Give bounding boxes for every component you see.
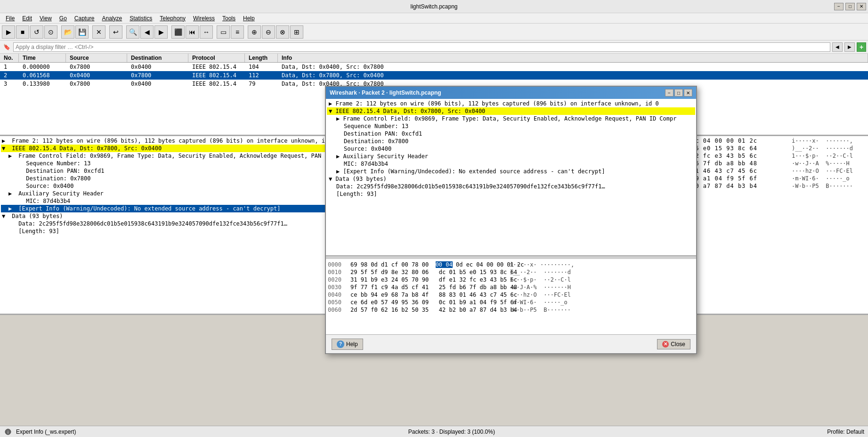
status-left: i Expert Info (_ws.expert)	[4, 428, 76, 436]
toolbar-reload2-btn[interactable]: ↩	[109, 25, 122, 39]
popup-tree-row[interactable]: Destination: 0x7800	[327, 138, 695, 145]
spacer-icon	[16, 168, 23, 174]
menu-wireless[interactable]: Wireless	[189, 14, 219, 23]
popup-tree-row[interactable]: ▶ Frame Control Field: 0x9869, Frame Typ…	[327, 115, 695, 122]
col-header-dst: Destination	[127, 54, 188, 62]
status-right: Profile: Default	[827, 429, 864, 435]
popup-tree-row[interactable]: ▼ Data (93 bytes)	[327, 175, 695, 183]
packet-list-header: No. Time Source Destination Protocol Len…	[0, 54, 868, 63]
toolbar-mark-btn[interactable]: ⬛	[171, 25, 185, 39]
menu-go[interactable]: Go	[56, 14, 71, 23]
popup-detail-tree[interactable]: ▶ Frame 2: 112 bytes on wire (896 bits),…	[326, 99, 696, 256]
toolbar-save-btn[interactable]: 💾	[75, 25, 89, 39]
svg-text:i: i	[8, 430, 8, 435]
status-icon: i	[4, 428, 12, 436]
toolbar-start-btn[interactable]: ▶	[2, 25, 15, 39]
table-row[interactable]: 2 0.061568 0x0400 0x7800 IEEE 802.15.4 1…	[0, 71, 868, 80]
popup-tree-row[interactable]: Destination PAN: 0xcfd1	[327, 130, 695, 138]
filter-input[interactable]	[13, 42, 830, 52]
toolbar-reload-btn[interactable]: ↺	[30, 25, 43, 39]
menu-capture[interactable]: Capture	[71, 14, 98, 23]
menu-view[interactable]: View	[36, 14, 56, 23]
close-icon: ✕	[662, 341, 669, 348]
popup-tree-row[interactable]: Sequence Number: 13	[327, 122, 695, 130]
spacer-icon	[8, 220, 15, 227]
toolbar-list-btn[interactable]: ≡	[231, 25, 244, 39]
table-row[interactable]: 1 0.000000 0x7800 0x0400 IEEE 802.15.4 1…	[0, 63, 868, 71]
col-header-no: No.	[0, 54, 19, 62]
popup-tree-row[interactable]: ▶ [Expert Info (Warning/Undecoded): No e…	[327, 168, 695, 175]
toolbar-find-btn[interactable]: 🔍	[126, 25, 139, 39]
toolbar-next-btn[interactable]: ▶	[154, 25, 168, 39]
menu-tools[interactable]: Tools	[219, 14, 239, 23]
popup-tree-row[interactable]: MIC: 87d4b3b4	[327, 160, 695, 168]
popup-close-btn[interactable]: ✕	[684, 89, 692, 97]
toolbar: ▶ ■ ↺ ⊙ 📂 💾 ✕ ↩ 🔍 ◀ ▶ ⬛ ⏮ ↔ ▭ ≡ ⊕ ⊖ ⊗ ⊞	[0, 24, 868, 40]
popup-tree-row[interactable]: ▶ Frame 2: 112 bytes on wire (896 bits),…	[327, 100, 695, 107]
popup-minimize-btn[interactable]: −	[665, 89, 673, 97]
toolbar-zoomout-btn[interactable]: ⊖	[262, 25, 275, 39]
toolbar-zoomreset-btn[interactable]: ⊗	[276, 25, 289, 39]
close-button[interactable]: ✕	[857, 3, 866, 10]
menu-help[interactable]: Help	[239, 14, 259, 23]
menu-statistics[interactable]: Statistics	[126, 14, 156, 23]
popup-hex-dump[interactable]: 0000 69 98 0d d1 cf 00 78 00 00 04 0d ec…	[326, 259, 696, 334]
filter-icon: 🔖	[2, 42, 11, 52]
toolbar-options-btn[interactable]: ⊙	[44, 25, 57, 39]
col-header-proto: Protocol	[188, 54, 245, 62]
filter-bar: 🔖 ◀ ▶ +	[0, 40, 868, 54]
window-controls: − □ ✕	[834, 3, 866, 10]
menu-telephony[interactable]: Telephony	[156, 14, 189, 23]
expand-icon: ▶	[329, 100, 332, 107]
expand-icon: ▶	[336, 153, 340, 160]
popup-tree-row[interactable]: ▼ IEEE 802.15.4 Data, Dst: 0x7800, Src: …	[327, 107, 695, 115]
expand-icon: ▶	[336, 115, 340, 122]
minimize-button[interactable]: −	[834, 3, 844, 10]
popup-window: Wireshark · Packet 2 · lightSwitch.pcapn…	[325, 86, 697, 354]
help-icon: ?	[337, 340, 344, 348]
popup-tree-row[interactable]: Data: 2c295f5fd98e328006dc01b5e015938c64…	[327, 183, 695, 190]
toolbar-first-btn[interactable]: ⏮	[186, 25, 199, 39]
expand-icon: ▶	[8, 153, 15, 159]
toolbar-stop-btn[interactable]: ■	[16, 25, 29, 39]
toolbar-prev-btn[interactable]: ◀	[140, 25, 154, 39]
filter-add-btn[interactable]: +	[857, 42, 866, 52]
maximize-button[interactable]: □	[845, 3, 855, 10]
expand-icon: ▶	[8, 205, 15, 212]
spacer-icon	[16, 175, 23, 182]
col-header-info: Info	[278, 54, 868, 62]
expand-icon: ▶	[336, 168, 340, 175]
popup-close-button[interactable]: ✕ Close	[657, 339, 690, 349]
filter-next-btn[interactable]: ▶	[844, 42, 855, 52]
toolbar-zoomfit-btn[interactable]: ⊞	[290, 25, 303, 39]
popup-hex-row: 0020 31 91 b9 e3 24 05 70 90 df e1 32 fc…	[328, 276, 694, 283]
popup-help-button[interactable]: ? Help	[332, 339, 363, 350]
expand-icon: ▶	[8, 190, 15, 197]
popup-title-bar: Wireshark · Packet 2 · lightSwitch.pcapn…	[326, 87, 696, 99]
spacer-icon	[16, 160, 23, 167]
collapse-icon: ▼	[329, 176, 332, 182]
popup-tree-row[interactable]: ▶ Auxiliary Security Header	[327, 153, 695, 160]
menu-bar: File Edit View Go Capture Analyze Statis…	[0, 13, 868, 24]
menu-edit[interactable]: Edit	[18, 14, 36, 23]
toolbar-close-btn[interactable]: ✕	[92, 25, 105, 39]
toolbar-open-btn[interactable]: 📂	[61, 25, 74, 39]
toolbar-zoomin-btn[interactable]: ⊕	[248, 25, 261, 39]
spacer-icon	[16, 183, 23, 189]
filter-prev-btn[interactable]: ◀	[832, 42, 843, 52]
popup-tree-row[interactable]: Source: 0x0400	[327, 145, 695, 153]
popup-hex-row: 0060 2d 57 f0 62 16 b2 50 35 42 b2 b0 a7…	[328, 306, 694, 314]
col-header-len: Length	[245, 54, 278, 62]
popup-controls: − □ ✕	[665, 89, 692, 97]
col-header-src: Source	[66, 54, 127, 62]
spacer-icon	[8, 228, 15, 235]
title-bar: lightSwitch.pcapng − □ ✕	[0, 0, 868, 13]
popup-tree-row[interactable]: [Length: 93]	[327, 190, 695, 198]
col-header-time: Time	[19, 54, 66, 62]
popup-maximize-btn[interactable]: □	[674, 89, 683, 97]
toolbar-color-btn[interactable]: ▭	[217, 25, 230, 39]
menu-analyze[interactable]: Analyze	[98, 14, 126, 23]
menu-file[interactable]: File	[2, 14, 18, 23]
spacer-icon	[16, 198, 23, 204]
toolbar-extend-btn[interactable]: ↔	[200, 25, 213, 39]
